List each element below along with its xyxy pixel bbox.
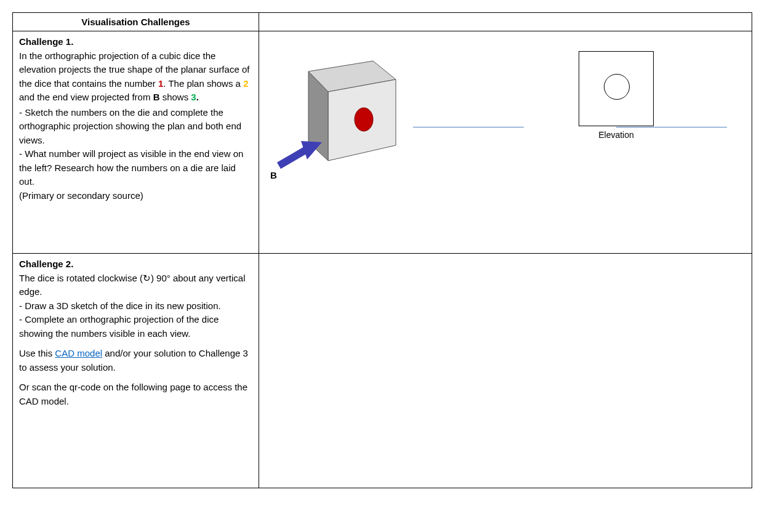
dice-svg: [271, 50, 407, 191]
c2-p2: - Draw a 3D sketch of the dice in its ne…: [19, 299, 252, 313]
arrow-b-label: B: [270, 170, 277, 180]
challenge1-text: Challenge 1. In the orthographic project…: [13, 31, 259, 253]
ground-line-left: [413, 127, 524, 127]
challenge1-row: Challenge 1. In the orthographic project…: [13, 31, 752, 254]
svg-line-3: [279, 150, 305, 166]
worksheet-table: Visualisation Challenges Challenge 1. In…: [12, 12, 752, 488]
dice-dot-icon: [355, 108, 373, 131]
elevation-label: Elevation: [573, 130, 659, 140]
c2-p5: Or scan the qr-code on the following pag…: [19, 381, 252, 408]
c2-p3: - Complete an orthographic projection of…: [19, 313, 252, 341]
challenge2-title: Challenge 2.: [19, 257, 252, 272]
cad-model-link[interactable]: CAD model: [55, 348, 102, 358]
c1-p3: - What number will project as visible in…: [19, 147, 252, 189]
elevation-dot-icon: [604, 74, 630, 100]
elevation-figure: Elevation: [573, 51, 659, 140]
challenge2-row: Challenge 2. The dice is rotated clockwi…: [13, 254, 752, 488]
header-row: Visualisation Challenges: [13, 13, 752, 31]
c1-p1e: .: [196, 92, 199, 102]
c1-p2: - Sketch the numbers on the die and comp…: [19, 106, 252, 148]
c1-n2: 2: [243, 78, 248, 89]
c1-B: B: [153, 92, 160, 102]
c1-p1c: and the end view projected from: [19, 92, 153, 102]
elevation-square: [579, 51, 654, 126]
challenge1-title: Challenge 1.: [19, 35, 252, 49]
challenge2-text: Challenge 2. The dice is rotated clockwi…: [13, 254, 259, 488]
c1-n3: 3: [191, 92, 196, 102]
arrow-b-icon: [279, 141, 322, 166]
c2-p4: Use this CAD model and/or your solution …: [19, 347, 252, 374]
c1-p4: (Primary or secondary source): [19, 189, 252, 203]
c1-p1d: shows: [159, 92, 191, 102]
header-right-blank: [259, 13, 752, 31]
c1-p1b: . The plan shows a: [163, 78, 243, 89]
challenge2-blank-cell: [259, 254, 752, 488]
dice-isometric-figure: B: [271, 50, 407, 191]
c2-p1: The dice is rotated clockwise (↻) 90° ab…: [19, 272, 252, 299]
challenge1-figure-cell: B Elevation: [259, 31, 752, 253]
header-title: Visualisation Challenges: [13, 13, 259, 31]
c2-p4a: Use this: [19, 348, 55, 358]
